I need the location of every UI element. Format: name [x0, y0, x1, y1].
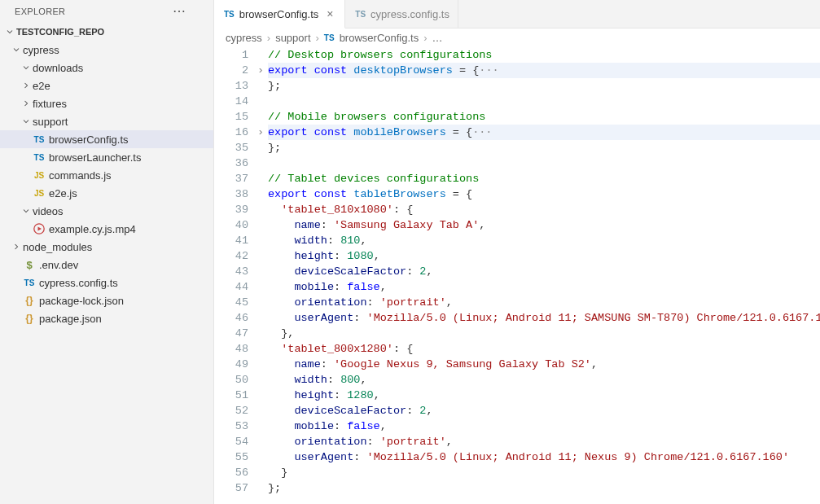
code-line: 'tablet_810x1080': {: [268, 202, 820, 217]
js-file-icon: JS: [33, 186, 46, 199]
breadcrumb[interactable]: cypress › support › TS browserConfig.ts …: [214, 28, 820, 47]
tab-active[interactable]: TS browserConfig.ts ×: [214, 0, 345, 28]
chevron-right-icon: ›: [423, 32, 427, 44]
tab-inactive[interactable]: TS cypress.config.ts: [345, 0, 458, 28]
fold-gutter: › ›: [253, 47, 268, 504]
tree-label: support: [33, 116, 68, 128]
tree-label: cypress.config.ts: [39, 277, 118, 289]
code-line: orientation: 'portrait',: [268, 295, 820, 310]
code-line: mobile: false,: [268, 279, 820, 295]
repo-header[interactable]: TESTCONFIG_REPO: [0, 23, 213, 41]
code-line: name: 'Samsung Galaxy Tab A',: [268, 217, 820, 233]
ts-file-icon: TS: [33, 133, 46, 146]
code-line: deviceScaleFactor: 2,: [268, 264, 820, 279]
tree-label: browserLauncher.ts: [49, 151, 141, 164]
explorer-title: EXPLORER: [15, 7, 65, 16]
tree-folder-downloads[interactable]: downloads: [0, 59, 213, 77]
explorer-header: EXPLORER ⋯: [0, 0, 213, 23]
tree-folder-fixtures[interactable]: fixtures: [0, 94, 213, 112]
tree-file-browserConfig[interactable]: TS browserConfig.ts: [0, 130, 213, 148]
tree-label: .env.dev: [39, 259, 78, 271]
chevron-down-icon: [20, 204, 33, 217]
chevron-down-icon: [20, 115, 33, 128]
code-line: userAgent: 'Mozilla/5.0 (Linux; Android …: [268, 310, 820, 326]
tree-file-cypressConfig[interactable]: TS cypress.config.ts: [0, 274, 213, 291]
editor-area: TS browserConfig.ts × TS cypress.config.…: [214, 0, 820, 504]
code-line: [268, 94, 820, 109]
ts-file-icon: TS: [324, 33, 335, 42]
tree-file-video[interactable]: example.cy.js.mp4: [0, 220, 213, 238]
code-line: export const mobileBrowsers = {···: [268, 125, 820, 140]
code-line: orientation: 'portrait',: [268, 434, 820, 449]
tree-label: node_modules: [23, 241, 92, 253]
video-play-icon: [33, 222, 46, 235]
close-icon[interactable]: ×: [323, 7, 336, 20]
chevron-down-icon: [3, 25, 16, 38]
tree-file-commandsJs[interactable]: JS commands.js: [0, 166, 213, 184]
breadcrumb-part[interactable]: …: [432, 32, 443, 44]
ts-file-icon: TS: [355, 10, 366, 19]
code-line: name: 'Google Nexus 9, Samsung Galaxy Ta…: [268, 357, 820, 372]
chevron-right-icon: ›: [267, 32, 270, 44]
code-line: export const tabletBrowsers = {: [268, 186, 820, 202]
tree-file-packageJson[interactable]: {} package.json: [0, 309, 213, 327]
ts-file-icon: TS: [33, 151, 46, 164]
tree-file-envDev[interactable]: $ .env.dev: [0, 256, 213, 274]
tree-file-packageLock[interactable]: {} package-lock.json: [0, 291, 213, 309]
code-line: };: [268, 480, 820, 496]
tree-folder-e2e[interactable]: e2e: [0, 77, 213, 94]
ts-file-icon: TS: [224, 10, 235, 19]
code-line: [268, 156, 820, 171]
chevron-right-icon: ›: [316, 32, 319, 44]
chevron-right-icon: [20, 97, 33, 110]
code-line: mobile: false,: [268, 419, 820, 434]
breadcrumb-part[interactable]: cypress: [226, 32, 262, 44]
code-line: },: [268, 326, 820, 341]
code-line: };: [268, 78, 820, 94]
tree-folder-cypress[interactable]: cypress: [0, 41, 213, 59]
tree-file-e2eJs[interactable]: JS e2e.js: [0, 184, 213, 202]
tree-folder-support[interactable]: support: [0, 112, 213, 130]
tree-label: videos: [33, 205, 64, 217]
tree-label: e2e.js: [49, 187, 77, 199]
tree-label: fixtures: [33, 98, 67, 110]
fold-icon[interactable]: ›: [253, 125, 268, 140]
chevron-right-icon: [20, 79, 33, 92]
code-line: height: 1280,: [268, 388, 820, 403]
more-icon[interactable]: ⋯: [153, 5, 205, 18]
tree-label: cypress: [23, 44, 59, 56]
tree-label: commands.js: [49, 169, 112, 182]
repo-name: TESTCONFIG_REPO: [16, 27, 104, 37]
code-editor[interactable]: 1 2 13 14 15 16 35 36 37 38 39 40 41 42 …: [214, 47, 820, 504]
chevron-down-icon: [10, 43, 23, 56]
explorer-sidebar: EXPLORER ⋯ TESTCONFIG_REPO cypress downl…: [0, 0, 214, 504]
env-file-icon: $: [23, 258, 36, 271]
breadcrumb-part[interactable]: browserConfig.ts: [340, 32, 419, 44]
code-line: // Desktop browsers configurations: [268, 47, 820, 63]
tab-bar: TS browserConfig.ts × TS cypress.config.…: [214, 0, 820, 28]
tab-label: cypress.config.ts: [371, 8, 449, 20]
line-number-gutter: 1 2 13 14 15 16 35 36 37 38 39 40 41 42 …: [214, 47, 253, 504]
tree-label: downloads: [33, 62, 83, 74]
code-line: width: 810,: [268, 233, 820, 248]
file-tree: cypress downloads e2e fixtures support T…: [0, 41, 213, 504]
code-line: deviceScaleFactor: 2,: [268, 403, 820, 419]
ts-file-icon: TS: [23, 276, 36, 289]
fold-icon[interactable]: ›: [253, 63, 268, 78]
json-file-icon: {}: [23, 294, 36, 307]
tree-label: e2e: [33, 80, 50, 92]
code-line: };: [268, 140, 820, 156]
code-lines[interactable]: // Desktop browsers configurations expor…: [268, 47, 820, 504]
breadcrumb-part[interactable]: support: [275, 32, 310, 44]
tree-label: browserConfig.ts: [49, 134, 129, 146]
json-file-icon: {}: [23, 312, 36, 325]
tree-label: package.json: [39, 313, 102, 325]
code-line: }: [268, 465, 820, 480]
tree-label: package-lock.json: [39, 295, 124, 307]
tree-folder-nodeModules[interactable]: node_modules: [0, 238, 213, 256]
code-line: // Mobile browsers configurations: [268, 109, 820, 125]
tree-file-browserLauncher[interactable]: TS browserLauncher.ts: [0, 148, 213, 166]
code-line: userAgent: 'Mozilla/5.0 (Linux; Android …: [268, 449, 820, 465]
tree-folder-videos[interactable]: videos: [0, 202, 213, 220]
code-line: height: 1080,: [268, 248, 820, 264]
